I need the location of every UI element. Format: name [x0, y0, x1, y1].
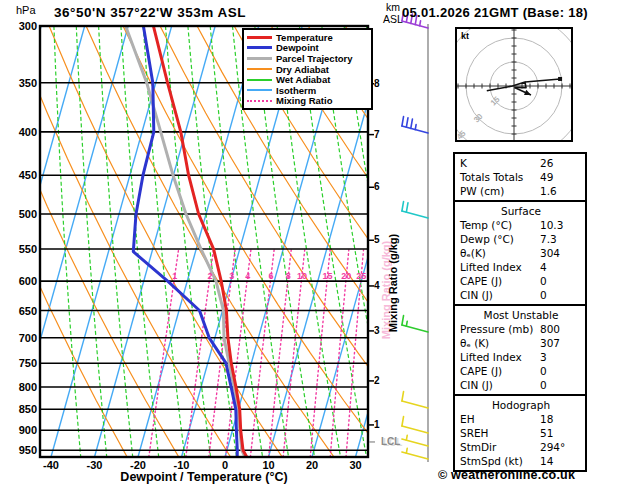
table-row-value: 307 — [540, 336, 582, 350]
table-row: StmDir294° — [460, 440, 582, 454]
table-row: PW (cm)1.6 — [460, 184, 582, 198]
legend-item: Dewpoint — [247, 43, 371, 54]
km-tick-label: 8 — [374, 78, 396, 89]
table-row-value: 51 — [540, 426, 582, 440]
mixing-ratio-value-label: 3 — [229, 271, 234, 281]
mixing-ratio-value-label: 10 — [297, 271, 307, 281]
table-row-value: 4 — [540, 260, 582, 274]
mixing-ratio-value-label: 1 — [172, 271, 177, 281]
table-row: θₑ (K)307 — [460, 336, 582, 350]
table-row: Temp (°C)10.3 — [460, 218, 582, 232]
table-section-header: Hodograph — [460, 398, 582, 412]
pressure-tick-label: 400 — [6, 126, 37, 138]
table-section-header: Surface — [460, 204, 582, 218]
table-section-header: Most Unstable — [460, 308, 582, 322]
table-row-label: CAPE (J) — [460, 364, 540, 378]
mixing-ratio-value-label: 2 — [207, 271, 212, 281]
legend-label: Dry Adiabat — [276, 64, 329, 75]
altitude-axis-unit-asl: ASL — [383, 13, 403, 25]
mixing-ratio-value-label: 8 — [286, 271, 291, 281]
table-row-label: PW (cm) — [460, 184, 540, 198]
hodograph: kt 153045 — [455, 27, 573, 142]
table-row-value: 294° — [540, 440, 582, 454]
legend-label: Wet Adiabat — [276, 74, 330, 85]
hodograph-storm-vector — [525, 79, 560, 82]
altitude-axis-unit-km: km — [386, 1, 400, 13]
table-row-value: 14 — [540, 454, 582, 468]
mixing-ratio-axis-label: Mixing Ratio (g/kg) — [387, 234, 399, 332]
legend-item: Temperature — [247, 32, 371, 43]
mixing-ratio-value-label: 6 — [269, 271, 274, 281]
pressure-tick-label: 700 — [6, 332, 37, 344]
pressure-tick-label: 600 — [6, 275, 37, 287]
pressure-tick-label: 800 — [6, 381, 37, 393]
table-row-label: θₑ(K) — [460, 246, 540, 260]
legend-item: Wet Adiabat — [247, 74, 371, 85]
table-row-value: 0 — [540, 378, 582, 392]
mixing-ratio-value-label: 4 — [245, 271, 250, 281]
table-row-label: Pressure (mb) — [460, 322, 540, 336]
table-row: CAPE (J)0 — [460, 364, 582, 378]
legend-label: Isotherm — [276, 85, 316, 96]
table-row: CIN (J)0 — [460, 378, 582, 392]
legend-line-sample — [247, 100, 272, 102]
mixing-ratio-value-label: 20 — [341, 271, 351, 281]
table-row-value: 3 — [540, 350, 582, 364]
table-row-value: 0 — [540, 364, 582, 378]
table-row-value: 0 — [540, 288, 582, 302]
table-row-label: SREH — [460, 426, 540, 440]
skewt-sounding-chart: 12346810152025 hPa 36°50'N 357°22'W 353m… — [0, 0, 629, 486]
table-row-label: K — [460, 156, 540, 170]
table-row: EH18 — [460, 412, 582, 426]
table-row-value: 10.3 — [540, 218, 582, 232]
wet-adiabat-line — [76, 26, 107, 458]
table-row: Lifted Index3 — [460, 350, 582, 364]
pressure-tick-label: 900 — [6, 424, 37, 436]
legend-item: Isotherm — [247, 85, 371, 96]
table-row-label: Temp (°C) — [460, 218, 540, 232]
table-row: CIN (J)0 — [460, 288, 582, 302]
mixing-ratio-value-label: 15 — [322, 271, 332, 281]
table-row-value: 304 — [540, 246, 582, 260]
wind-barb — [402, 435, 428, 446]
legend-item: Parcel Trajectory — [247, 53, 371, 64]
table-row-value: 18 — [540, 412, 582, 426]
sounding-curves — [126, 26, 247, 457]
lcl-marker-label: LCL — [381, 436, 400, 447]
wind-barb — [402, 417, 428, 433]
indices-table: K26Totals Totals49PW (cm)1.6SurfaceTemp … — [453, 152, 587, 472]
km-tick-label: 2 — [374, 375, 396, 386]
pressure-tick-label: 500 — [6, 208, 37, 220]
pressure-axis-unit: hPa — [16, 4, 36, 16]
km-tick-label: 6 — [374, 181, 396, 192]
table-row: StmSpd (kt)14 — [460, 454, 582, 468]
table-row-label: Lifted Index — [460, 350, 540, 364]
table-row: Pressure (mb)800 — [460, 322, 582, 336]
km-tick-label: 7 — [374, 129, 396, 140]
legend-line-sample — [247, 68, 272, 70]
pressure-tick-label: 350 — [6, 77, 37, 89]
x-axis-title: Dewpoint / Temperature (°C) — [40, 470, 368, 484]
wind-barb — [402, 392, 428, 408]
table-row-label: Lifted Index — [460, 260, 540, 274]
table-row: Lifted Index4 — [460, 260, 582, 274]
table-row-label: StmSpd (kt) — [460, 454, 540, 468]
pressure-tick-label: 850 — [6, 403, 37, 415]
legend-item: Dry Adiabat — [247, 64, 371, 75]
table-row: θₑ(K)304 — [460, 246, 582, 260]
table-row-label: CIN (J) — [460, 288, 540, 302]
legend-item: Mixing Ratio — [247, 96, 371, 107]
wind-barb — [402, 448, 428, 459]
wind-barb — [402, 202, 428, 218]
km-tick-label: 1 — [374, 419, 396, 430]
table-row-value: 1.6 — [540, 184, 582, 198]
table-row-value: 26 — [540, 156, 582, 170]
hodograph-storm-marker — [558, 77, 562, 81]
pressure-tick-label: 950 — [6, 444, 37, 456]
table-row-value: 7.3 — [540, 232, 582, 246]
legend-label: Mixing Ratio — [276, 95, 332, 106]
table-row: Dewp (°C)7.3 — [460, 232, 582, 246]
table-section: SurfaceTemp (°C)10.3Dewp (°C)7.3θₑ(K)304… — [453, 200, 587, 306]
legend-label: Dewpoint — [276, 42, 319, 53]
table-section: K26Totals Totals49PW (cm)1.6 — [453, 152, 587, 202]
